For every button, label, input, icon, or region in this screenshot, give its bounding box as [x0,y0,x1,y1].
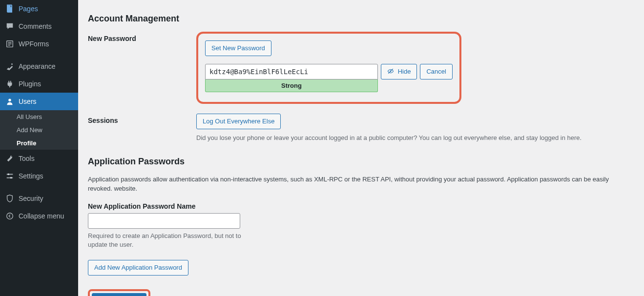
submenu-add-new[interactable]: Add New [0,123,78,137]
sidebar-item-settings[interactable]: Settings [0,167,78,185]
sidebar-item-wpforms[interactable]: WPForms [0,35,78,53]
sidebar-item-label: Comments [19,22,52,30]
sidebar-item-label: Collapse menu [19,212,64,220]
comments-icon [5,21,15,31]
sidebar-item-label: Plugins [19,80,41,88]
sidebar-item-users[interactable]: Users [0,93,78,110]
svg-point-6 [8,99,11,101]
sidebar-item-label: Users [19,98,37,105]
sidebar-item-appearance[interactable]: Appearance [0,58,78,75]
svg-point-8 [8,174,10,176]
app-password-block: New Application Password Name Required t… [88,202,634,276]
sidebar-item-security[interactable]: Security [0,190,78,207]
sidebar-item-collapse[interactable]: Collapse menu [0,207,78,225]
svg-point-11 [7,213,13,219]
eye-slash-icon [387,68,396,75]
sidebar-item-label: Settings [19,172,43,180]
sessions-label: Sessions [88,114,196,124]
sidebar-item-label: Security [19,195,43,202]
update-profile-highlight: Update Profile [88,289,150,296]
sidebar-item-pages[interactable]: Pages [0,0,78,18]
plugins-icon [5,79,15,89]
pages-icon [5,4,15,14]
update-profile-button[interactable]: Update Profile [92,293,146,296]
sidebar-item-label: WPForms [19,40,49,48]
svg-point-10 [10,177,12,179]
sidebar-item-label: Tools [19,155,35,162]
sidebar-item-label: Pages [19,5,38,13]
hide-password-button[interactable]: Hide [381,64,417,79]
menu-separator [0,185,78,190]
admin-sidebar: Pages Comments WPForms Appearance Plugin… [0,0,78,296]
app-password-help-text: Required to create an Application Passwo… [88,232,244,249]
password-input[interactable] [205,64,378,79]
new-app-password-name-label: New Application Password Name [88,202,634,210]
users-submenu: All Users Add New Profile [0,110,78,150]
hide-button-label: Hide [398,68,411,75]
menu-separator [0,53,78,58]
appearance-icon [5,61,15,71]
tools-icon [5,154,15,163]
set-new-password-button[interactable]: Set New Password [205,40,271,56]
submenu-all-users[interactable]: All Users [0,110,78,123]
users-icon [5,97,15,106]
sidebar-item-comments[interactable]: Comments [0,18,78,35]
main-content: Account Management New Password Set New … [78,0,644,296]
sidebar-item-tools[interactable]: Tools [0,150,78,167]
settings-icon [5,171,15,181]
password-highlight-box: Set New Password Strong Hide Cancel [196,32,461,104]
log-out-everywhere-button[interactable]: Log Out Everywhere Else [196,114,281,129]
cancel-password-button[interactable]: Cancel [420,64,452,79]
new-password-label: New Password [88,32,196,42]
submenu-profile[interactable]: Profile [0,137,78,150]
account-management-heading: Account Management [88,14,634,24]
update-profile-row: Update Profile [88,289,634,296]
sessions-row: Sessions Log Out Everywhere Else Did you… [88,114,634,143]
sidebar-item-plugins[interactable]: Plugins [0,75,78,93]
new-password-row: New Password Set New Password Strong Hid… [88,32,634,104]
shield-icon [5,194,15,203]
sidebar-item-label: Appearance [19,62,56,70]
collapse-icon [5,211,15,221]
application-passwords-heading: Application Passwords [88,157,634,167]
app-passwords-description: Application passwords allow authenticati… [88,175,634,194]
password-strength-indicator: Strong [205,79,378,92]
new-app-password-name-input[interactable] [88,213,240,229]
add-new-app-password-button[interactable]: Add New Application Password [88,260,188,276]
wpforms-icon [5,39,15,49]
sessions-help-text: Did you lose your phone or leave your ac… [196,133,634,143]
